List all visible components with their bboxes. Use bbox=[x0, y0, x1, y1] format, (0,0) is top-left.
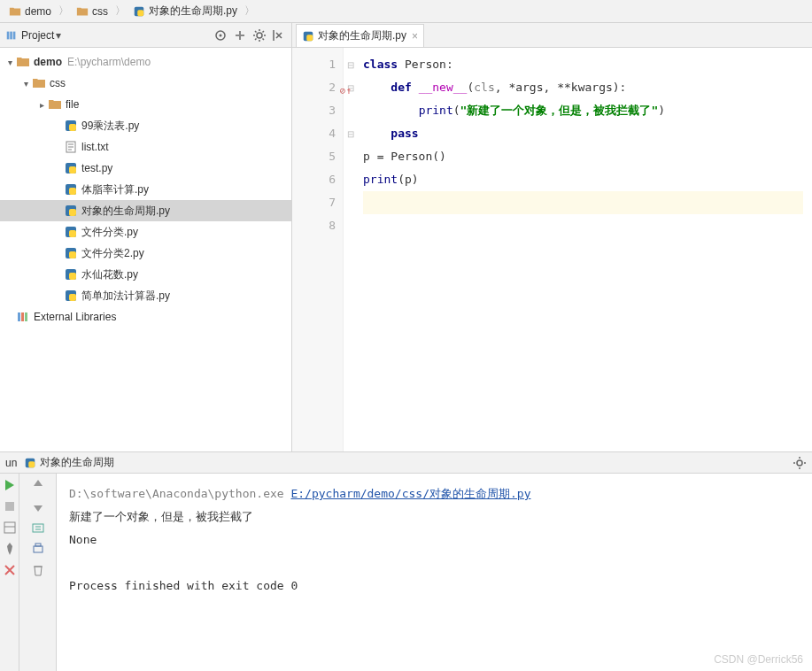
run-toolbar-left2 bbox=[19, 474, 57, 671]
code-line[interactable]: pass bbox=[363, 122, 803, 145]
tree-label: 体脂率计算.py bbox=[81, 182, 149, 197]
svg-rect-24 bbox=[69, 294, 76, 301]
svg-rect-34 bbox=[4, 522, 15, 533]
console-cmd-path: D:\software\Anaconda\python.exe bbox=[69, 487, 290, 500]
tree-label: 水仙花数.py bbox=[81, 267, 138, 282]
tree-row[interactable]: 水仙花数.py bbox=[0, 264, 291, 285]
tree-row[interactable]: 对象的生命周期.py bbox=[0, 200, 291, 221]
svg-rect-1 bbox=[137, 10, 143, 16]
svg-rect-36 bbox=[34, 546, 43, 552]
code-area[interactable]: class Person: def __new__(cls, *args, **… bbox=[358, 48, 812, 451]
tree-row[interactable]: 文件分类.py bbox=[0, 221, 291, 243]
code-line[interactable]: class Person: bbox=[363, 53, 803, 76]
tree-label: 文件分类2.py bbox=[81, 246, 144, 261]
folder-icon bbox=[9, 5, 21, 18]
tree-row[interactable]: 体脂率计算.py bbox=[0, 179, 291, 200]
tree-row[interactable]: list.txt bbox=[0, 136, 291, 158]
tree-row[interactable]: ▾demoE:\pycharm\demo bbox=[0, 51, 291, 73]
console-output[interactable]: D:\software\Anaconda\python.exe E:/pycha… bbox=[57, 474, 812, 671]
pin-icon[interactable] bbox=[2, 541, 18, 557]
project-icon bbox=[5, 29, 18, 42]
close-icon[interactable]: × bbox=[412, 30, 418, 42]
code-line[interactable]: print("新建了一个对象，但是，被我拦截了") bbox=[363, 99, 803, 122]
code-line[interactable]: def __new__(cls, *args, **kwargs): bbox=[363, 76, 803, 99]
gutter: 12⊘↑345678 bbox=[292, 48, 344, 451]
tree-toggle[interactable]: ▾ bbox=[19, 79, 32, 89]
code-line[interactable] bbox=[363, 191, 803, 214]
tree-row[interactable]: External Libraries bbox=[0, 306, 291, 328]
breadcrumb-label: css bbox=[92, 5, 108, 18]
tree-label: 简单加法计算器.py bbox=[81, 289, 170, 304]
editor-body[interactable]: 12⊘↑345678 ⊟⊟⊟ class Person: def __new__… bbox=[292, 48, 812, 451]
breadcrumb-item-css[interactable]: css bbox=[71, 5, 113, 18]
code-line[interactable]: p = Person() bbox=[363, 145, 803, 168]
breadcrumb: demo 〉 css 〉 对象的生命周期.py 〉 bbox=[0, 0, 812, 23]
code-line[interactable] bbox=[363, 214, 803, 237]
run-header: un 对象的生命周期 bbox=[0, 452, 812, 474]
console-exit: Process finished with exit code 0 bbox=[69, 575, 800, 598]
code-line[interactable]: print(p) bbox=[363, 168, 803, 191]
python-icon bbox=[24, 457, 36, 469]
tree-label: file bbox=[66, 98, 79, 111]
tree-label: css bbox=[50, 77, 66, 89]
down-icon[interactable] bbox=[30, 498, 46, 514]
breadcrumb-item-demo[interactable]: demo bbox=[4, 5, 57, 18]
tree-row[interactable]: 99乘法表.py bbox=[0, 115, 291, 136]
tree-toggle[interactable]: ▸ bbox=[35, 100, 48, 110]
project-title: Project bbox=[21, 29, 54, 42]
tree-label: list.txt bbox=[81, 141, 109, 153]
svg-rect-3 bbox=[10, 31, 12, 39]
layout-icon[interactable] bbox=[2, 520, 18, 536]
console-line: 新建了一个对象，但是，被我拦截了 bbox=[69, 505, 800, 528]
tree-label: External Libraries bbox=[34, 311, 116, 323]
svg-rect-25 bbox=[18, 312, 20, 321]
tree-toggle[interactable]: ▾ bbox=[4, 58, 16, 67]
collapse-icon[interactable] bbox=[233, 28, 247, 42]
folder-icon bbox=[76, 5, 89, 18]
svg-rect-20 bbox=[69, 251, 76, 258]
svg-point-32 bbox=[797, 460, 802, 466]
run-toolbar-left bbox=[0, 474, 19, 671]
svg-rect-14 bbox=[69, 188, 76, 195]
svg-rect-26 bbox=[21, 312, 24, 321]
editor-panel: 对象的生命周期.py × 12⊘↑345678 ⊟⊟⊟ class Person… bbox=[292, 23, 812, 451]
project-panel: Project ▾ ▾demoE:\pycharm\demo▾css▸file9… bbox=[0, 23, 292, 451]
hide-icon[interactable] bbox=[272, 28, 286, 42]
python-icon bbox=[302, 30, 314, 42]
tree-row[interactable]: 简单加法计算器.py bbox=[0, 285, 291, 306]
breadcrumb-label: 对象的生命周期.py bbox=[149, 4, 237, 19]
tree-label: 99乘法表.py bbox=[81, 119, 139, 134]
export-icon[interactable] bbox=[30, 520, 46, 536]
svg-point-7 bbox=[257, 33, 262, 38]
gear-icon[interactable] bbox=[793, 456, 807, 470]
up-icon[interactable] bbox=[30, 477, 46, 493]
python-icon bbox=[133, 5, 145, 18]
svg-rect-2 bbox=[7, 31, 10, 39]
svg-rect-18 bbox=[69, 230, 76, 237]
tree-row[interactable]: ▾css bbox=[0, 73, 291, 94]
print-icon[interactable] bbox=[30, 541, 46, 557]
tree-row[interactable]: 文件分类2.py bbox=[0, 243, 291, 264]
console-cmd-file[interactable]: E:/pycharm/demo/css/对象的生命周期.py bbox=[290, 487, 530, 500]
tree-label: 文件分类.py bbox=[81, 225, 138, 240]
close-icon[interactable] bbox=[2, 562, 18, 578]
gear-icon[interactable] bbox=[252, 28, 267, 42]
svg-rect-31 bbox=[29, 461, 35, 467]
stop-icon[interactable] bbox=[2, 498, 18, 514]
breadcrumb-label: demo bbox=[25, 5, 51, 18]
rerun-icon[interactable] bbox=[2, 477, 18, 493]
svg-rect-37 bbox=[35, 544, 41, 546]
locate-icon[interactable] bbox=[213, 28, 228, 42]
editor-tab[interactable]: 对象的生命周期.py × bbox=[296, 24, 424, 47]
chevron-right-icon: 〉 bbox=[58, 4, 69, 19]
tree-row[interactable]: test.py bbox=[0, 158, 291, 179]
chevron-right-icon: 〉 bbox=[244, 4, 255, 19]
tree-label: demo bbox=[34, 56, 62, 68]
breadcrumb-item-file[interactable]: 对象的生命周期.py bbox=[128, 4, 243, 19]
tree-row[interactable]: ▸file bbox=[0, 94, 291, 115]
project-tree[interactable]: ▾demoE:\pycharm\demo▾css▸file99乘法表.pylis… bbox=[0, 48, 291, 451]
trash-icon[interactable] bbox=[30, 562, 46, 578]
svg-rect-22 bbox=[69, 273, 76, 280]
console-line: None bbox=[69, 528, 800, 551]
chevron-down-icon[interactable]: ▾ bbox=[56, 29, 61, 42]
